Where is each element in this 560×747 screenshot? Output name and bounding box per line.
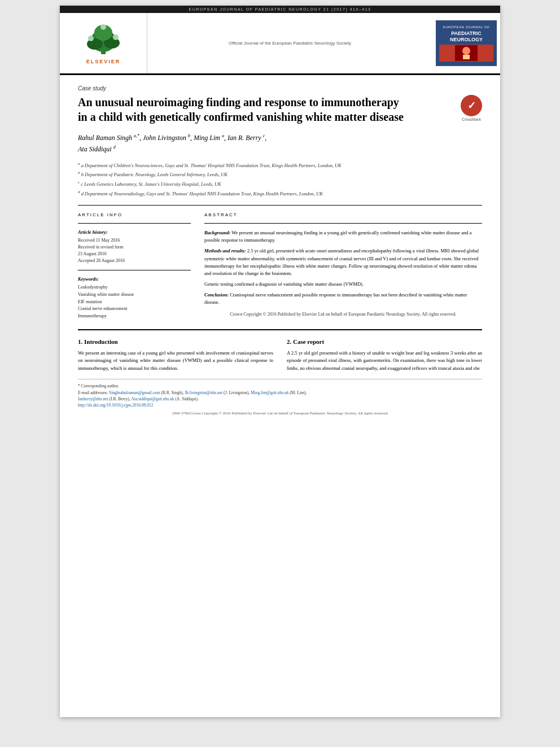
background-label: Background: xyxy=(204,230,230,235)
email-label: E-mail addresses: xyxy=(78,390,108,395)
email-john[interactable]: Jh.livingston@nhs.net xyxy=(185,390,222,395)
history-label: Article history: xyxy=(78,229,191,235)
keyword-1: Vanishing white matter disease xyxy=(78,291,191,299)
article-title: An unusual neuroimaging finding and resp… xyxy=(78,95,409,124)
case-report-section-title: 2. Case report xyxy=(287,338,482,345)
author-ian: Ian R. Berry xyxy=(228,134,261,142)
keyword-0: Leukodystrophy xyxy=(78,284,191,291)
corresponding-note: * Corresponding author. xyxy=(78,383,482,389)
footer-divider xyxy=(78,379,482,379)
page: EUROPEAN JOURNAL OF PAEDIATRIC NEUROLOGY… xyxy=(60,6,500,717)
abstract-background: Background: We present an unusual neuroi… xyxy=(204,229,482,244)
case-report-col: 2. Case report A 2.5 yr old girl present… xyxy=(287,338,482,373)
conclusion-label: Conclusion: xyxy=(204,292,229,298)
journal-strip: EUROPEAN JOURNAL OF PAEDIATRIC NEUROLOGY… xyxy=(60,6,500,13)
keyword-2: EIF mutation xyxy=(78,299,191,306)
abstract-col: ABSTRACT Background: We present an unusu… xyxy=(204,212,482,321)
article-info-col: ARTICLE INFO Article history: Received 1… xyxy=(78,212,191,321)
divider-1 xyxy=(78,205,482,206)
paediatric-logo-block: EUROPEAN JOURNAL OF PAEDIATRICNEUROLOGY xyxy=(432,13,500,73)
author-ata: Ata Siddiqui xyxy=(78,145,112,153)
introduction-text: We present an interesting case of a youn… xyxy=(78,350,273,373)
doi-line: http://dx.doi.org/10.1016/j.ejpn.2016.08… xyxy=(78,402,482,408)
case-report-text: A 2.5 yr old girl presented with a histo… xyxy=(287,350,482,373)
author-ming: Ming Lim xyxy=(194,134,220,142)
history-item-1: Received in revised form xyxy=(78,244,191,251)
abstract-heading: ABSTRACT xyxy=(204,212,482,217)
email-line: E-mail addresses: Singhrahulraman@gmail.… xyxy=(78,390,482,403)
affiliation-d: d d Department of Neuroradiology, Guys a… xyxy=(78,189,482,198)
journal-strip-text: EUROPEAN JOURNAL OF PAEDIATRIC NEUROLOGY… xyxy=(189,7,371,11)
article-type-label: Case study xyxy=(78,85,482,91)
doi-link[interactable]: http://dx.doi.org/10.1016/j.ejpn.2016.08… xyxy=(78,403,153,408)
svg-point-9 xyxy=(462,47,470,55)
keyword-4: Immunotherapy xyxy=(78,313,191,320)
journal-header: ELSEVIER Official Journal of the Europea… xyxy=(60,13,500,75)
keyword-3: Cranial nerve enhancement xyxy=(78,305,191,313)
svg-point-5 xyxy=(88,36,94,41)
body-section: 1. Introduction We present an interestin… xyxy=(78,338,482,373)
divider-abstract xyxy=(204,223,482,224)
affiliations: a a Department of Children's Neuroscienc… xyxy=(78,161,482,197)
issn-line: 1090-3798/Crown Copyright © 2016 Publish… xyxy=(78,410,482,417)
author-rahul: Rahul Raman Singh xyxy=(78,134,132,142)
journal-cover-thumbnail-icon xyxy=(455,45,478,61)
article-info-heading: ARTICLE INFO xyxy=(78,212,191,217)
introduction-col: 1. Introduction We present an interestin… xyxy=(78,338,273,373)
abstract-methods: Methods and results: 2.5 yr old girl, pr… xyxy=(204,247,482,277)
email-ming[interactable]: Ming.lim@gstt.nhs.uk xyxy=(251,390,289,395)
abstract-text: Background: We present an unusual neuroi… xyxy=(204,229,482,318)
email-ata[interactable]: Ata.siddiqui@gstt.nhs.uk xyxy=(131,396,174,401)
email-ian[interactable]: Ianberry@nhs.net xyxy=(78,396,108,401)
author-john: John Livingston xyxy=(143,134,186,142)
crossmark-block[interactable]: ✓ CrossMark xyxy=(461,95,482,121)
elsevier-logo-block: ELSEVIER xyxy=(60,13,147,73)
article-info-abstract-section: ARTICLE INFO Article history: Received 1… xyxy=(78,212,482,321)
email-rahul[interactable]: Singhrahulraman@gmail.com xyxy=(109,390,160,395)
content-area: Case study An unusual neuroimaging findi… xyxy=(60,75,500,427)
svg-point-7 xyxy=(100,24,106,30)
affiliation-c: c c Leeds Genetics Laboratory, St. James… xyxy=(78,180,482,188)
elsevier-tree-icon xyxy=(81,23,126,56)
history-item-3: Accepted 26 August 2016 xyxy=(78,257,191,264)
divider-article-info xyxy=(78,223,191,224)
elsevier-label: ELSEVIER xyxy=(86,59,121,64)
conclusion-text: Craniospinal nerve enhancement and possi… xyxy=(204,292,467,305)
crossmark-icon: ✓ xyxy=(461,95,482,116)
svg-rect-10 xyxy=(463,55,470,59)
journal-title-center: Official Journal of the European Paediat… xyxy=(147,13,432,73)
paediatric-logo-inner: EUROPEAN JOURNAL OF PAEDIATRICNEUROLOGY xyxy=(436,20,497,67)
intro-section-title: 1. Introduction xyxy=(78,338,273,345)
keywords-label: Keywords: xyxy=(78,276,191,282)
abstract-conclusion: Conclusion: Craniospinal nerve enhanceme… xyxy=(204,291,482,306)
authors: Rahul Raman Singh a,*, John Livingston b… xyxy=(78,132,482,155)
abstract-genetic: Genetic testing confirmed a diagnosis of… xyxy=(204,281,482,288)
crossmark-label: CrossMark xyxy=(462,117,481,121)
background-text: We present an unusual neuroimaging findi… xyxy=(204,230,471,243)
affiliation-a: a a Department of Children's Neuroscienc… xyxy=(78,161,482,169)
big-divider xyxy=(78,329,482,330)
footnote-section: * Corresponding author. E-mail addresses… xyxy=(78,383,482,417)
abstract-copyright: Crown Copyright © 2016 Published by Else… xyxy=(204,311,482,318)
affiliation-b: b b Department of Paediatric Neurology, … xyxy=(78,170,482,178)
methods-label: Methods and results: xyxy=(204,248,246,254)
history-item-2: 23 August 2016 xyxy=(78,251,191,257)
official-journal-text: Official Journal of the European Paediat… xyxy=(229,41,351,46)
history-item-0: Received 11 May 2016 xyxy=(78,237,191,244)
svg-point-6 xyxy=(113,34,119,40)
divider-keywords xyxy=(78,270,191,270)
